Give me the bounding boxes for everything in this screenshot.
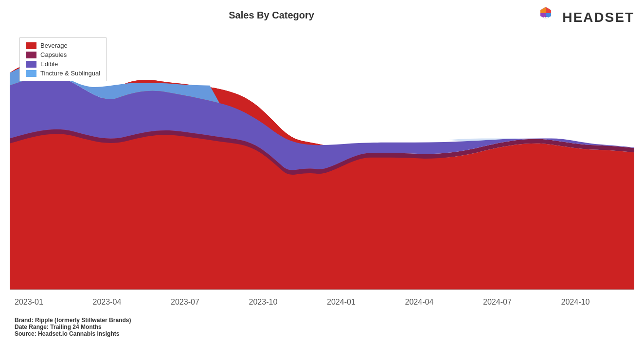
x-label-2024-07: 2024-07 — [483, 297, 512, 306]
logo-text: HEADSET — [562, 10, 634, 25]
footer-date-value: Trailing 24 Months — [50, 324, 101, 330]
legend-item-tincture: Tincture & Sublingual — [26, 70, 100, 77]
chart-legend: Beverage Capsules Edible Tincture & Subl… — [19, 37, 107, 81]
footer-source-value: Headset.io Cannabis Insights — [38, 330, 119, 337]
headset-logo-icon — [533, 5, 558, 30]
footer-brand-label: Brand: — [15, 317, 34, 324]
chart-header: Sales By Category — [10, 5, 634, 30]
legend-item-capsules: Capsules — [26, 51, 100, 58]
legend-label-tincture: Tincture & Sublingual — [40, 70, 100, 77]
legend-label-capsules: Capsules — [40, 51, 67, 58]
legend-color-beverage — [26, 42, 36, 49]
logo-area: HEADSET — [533, 5, 634, 30]
x-label-2024-01: 2024-01 — [327, 297, 356, 306]
chart-footer: Brand: Ripple (formerly Stillwater Brand… — [10, 317, 634, 337]
x-label-2024-04: 2024-04 — [405, 297, 434, 306]
footer-source-label: Source: — [15, 330, 36, 337]
footer-date-label: Date Range: — [15, 324, 49, 330]
footer-source: Source: Headset.io Cannabis Insights — [15, 330, 634, 337]
chart-title: Sales By Category — [10, 5, 533, 21]
x-label-2023-07: 2023-07 — [171, 297, 199, 306]
legend-item-edible: Edible — [26, 60, 100, 68]
legend-item-beverage: Beverage — [26, 42, 100, 49]
x-label-2023-01: 2023-01 — [15, 297, 43, 306]
legend-color-edible — [26, 61, 36, 68]
legend-color-capsules — [26, 52, 36, 58]
footer-brand-value: Ripple (formerly Stillwater Brands) — [35, 317, 131, 324]
footer-date: Date Range: Trailing 24 Months — [15, 324, 634, 330]
x-label-2023-10: 2023-10 — [249, 297, 278, 306]
footer-brand: Brand: Ripple (formerly Stillwater Brand… — [15, 317, 634, 324]
x-label-2023-04: 2023-04 — [93, 297, 122, 306]
legend-label-edible: Edible — [40, 60, 58, 68]
x-label-2024-10: 2024-10 — [561, 297, 590, 306]
chart-area: Beverage Capsules Edible Tincture & Subl… — [10, 33, 634, 315]
legend-color-tincture — [26, 70, 36, 77]
chart-container: Sales By Category — [0, 0, 644, 362]
legend-label-beverage: Beverage — [40, 42, 68, 49]
